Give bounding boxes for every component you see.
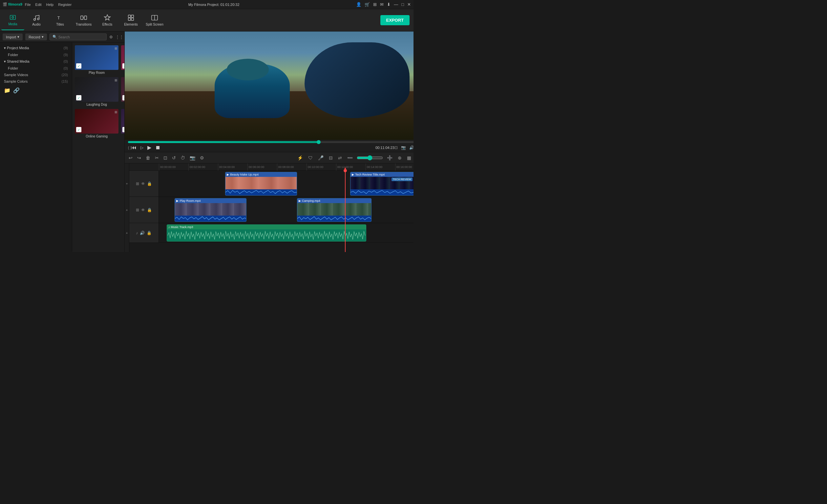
snapshot-tl-btn[interactable]: 📷: [188, 155, 197, 161]
download-icon[interactable]: ⬇: [387, 2, 391, 7]
tree-sample-colors[interactable]: Sample Colors (15): [0, 78, 72, 85]
tree-project-media[interactable]: ▾ Project Media (9): [0, 45, 72, 52]
media-item-skateboarding[interactable]: ✓ ⊞ Skateboarding: [121, 109, 125, 138]
media-item-playroom[interactable]: ✓ ⊞ Play Room: [75, 45, 118, 74]
play-btn[interactable]: ▶: [147, 144, 151, 151]
ruler-mark-8: 00:16:00:00: [395, 163, 414, 170]
tree-shared-folder[interactable]: Folder (0): [0, 65, 72, 71]
shield-icon[interactable]: 🛡: [307, 155, 314, 161]
svg-rect-6: [84, 16, 87, 20]
add-audio-track-icon[interactable]: +: [126, 231, 128, 235]
clip-beautymakeup-label: Beauty Make Up.mp4: [230, 173, 258, 176]
motion-icon[interactable]: ⚡: [296, 155, 304, 161]
clip-playroom[interactable]: ▶Play Room.mp4: [175, 198, 246, 222]
store-icon[interactable]: 🛒: [364, 2, 370, 7]
timeline-toolbar: ↩ ↪ 🗑 ✂ ⊡ ↺ ⏱ 📷 ⚙ ⚡ 🛡 🎤 ⊟ ⇄ ➖ ➕: [125, 152, 414, 163]
track1-lock-icon[interactable]: 🔒: [147, 182, 152, 186]
add-video-track2-icon[interactable]: +: [126, 208, 128, 212]
playback-controls: ⏮ ▷ ▶ ⏹: [131, 144, 160, 151]
svg-rect-7: [128, 15, 131, 17]
clip-techreview[interactable]: ▶Tech Review Title.mp4 TECH REVIEW: [350, 172, 414, 196]
clip-beautymakeup[interactable]: ▶Beauty Make Up.mp4: [225, 172, 297, 196]
adjust-btn[interactable]: ⚙: [199, 155, 205, 161]
new-folder-icon[interactable]: 📁: [4, 87, 10, 94]
track1-grid-icon[interactable]: ⊞: [136, 182, 139, 186]
layout-icon[interactable]: ⊞: [373, 2, 377, 7]
svg-rect-0: [10, 15, 16, 20]
record-button[interactable]: Record ▾: [25, 34, 47, 40]
timer-btn[interactable]: ⏱: [179, 155, 186, 161]
import-button[interactable]: Import ▾: [3, 34, 22, 40]
clip-camping[interactable]: ▶Camping.mp4: [297, 198, 372, 222]
tab-split-screen[interactable]: Split Screen: [143, 10, 166, 30]
user-icon[interactable]: 👤: [356, 2, 361, 7]
maximize-btn[interactable]: □: [401, 2, 404, 7]
captions-icon[interactable]: ⊟: [328, 155, 334, 161]
menu-file[interactable]: File: [25, 3, 31, 7]
cut-btn[interactable]: ✂: [154, 155, 160, 161]
delete-btn[interactable]: 🗑: [144, 155, 152, 161]
search-input[interactable]: [58, 35, 104, 39]
reverse-btn[interactable]: ↺: [171, 155, 177, 161]
link-folder-icon[interactable]: 🔗: [13, 87, 20, 94]
track1-eye-icon[interactable]: 👁: [141, 182, 145, 186]
audio-lock-icon[interactable]: 🔒: [147, 231, 152, 235]
tab-elements[interactable]: Elements: [119, 10, 142, 30]
audio-clip-music[interactable]: ♪Music Track.mp3: [167, 224, 366, 242]
track2-grid-icon[interactable]: ⊞: [136, 208, 139, 212]
export-button[interactable]: EXPORT: [380, 15, 409, 25]
storyboard-icon[interactable]: ▦: [406, 155, 412, 161]
zoom-in-icon[interactable]: ➕: [386, 155, 394, 161]
tab-media[interactable]: Media: [1, 10, 24, 30]
add-video-track-icon[interactable]: +: [125, 183, 129, 185]
svg-rect-10: [131, 18, 134, 20]
ruler-mark-0: 00:00:00:00: [159, 163, 188, 170]
media-label-gaming: Online Gaming: [75, 135, 118, 138]
titlebar: 🎬 filmora9 File Edit Help Register My Fi…: [0, 0, 414, 9]
mail-icon[interactable]: ✉: [380, 2, 384, 7]
swap-icon[interactable]: ⇄: [337, 155, 343, 161]
menu-register[interactable]: Register: [58, 3, 71, 7]
snapshot-icon[interactable]: 📷: [401, 145, 406, 150]
minimize-btn[interactable]: —: [394, 2, 398, 7]
crop-btn[interactable]: ⊡: [162, 155, 169, 161]
ruler-mark-1: 00:02:00:00: [188, 163, 218, 170]
mic-icon[interactable]: 🎤: [317, 155, 325, 161]
track2-lock-icon[interactable]: 🔒: [147, 208, 152, 212]
filter-icon[interactable]: ⚙: [109, 35, 113, 39]
volume-icon[interactable]: 🔊: [409, 145, 414, 150]
audio-track: ♪ 🔊 🔒 ♪Music Track.mp3: [129, 223, 414, 243]
grid-view-icon[interactable]: ⋮⋮: [115, 35, 124, 39]
redo-btn[interactable]: ↪: [136, 155, 142, 161]
undo-btn[interactable]: ↩: [127, 155, 134, 161]
zoom-out-icon[interactable]: ➖: [346, 155, 354, 161]
slow-play-btn[interactable]: ▷: [140, 145, 143, 150]
add-track-icon[interactable]: ⊕: [396, 155, 403, 161]
media-item-gaming[interactable]: ✓ ⊞ Online Gaming: [75, 109, 118, 138]
rewind-btn[interactable]: ⏮: [131, 145, 137, 151]
media-item-laughingdog[interactable]: ✓ ⊞ Laughing Dog: [75, 77, 118, 106]
timeline-section: ↩ ↪ 🗑 ✂ ⊡ ↺ ⏱ 📷 ⚙ ⚡ 🛡 🎤 ⊟ ⇄ ➖ ➕: [125, 152, 414, 252]
tab-titles[interactable]: T Titles: [49, 10, 71, 30]
tab-titles-label: Titles: [56, 22, 64, 26]
close-btn[interactable]: ✕: [407, 2, 411, 7]
media-item-beautymakeup[interactable]: ✓ ⊞ Beauty Make Up: [121, 45, 125, 74]
audio-vol-icon[interactable]: 🔊: [140, 231, 145, 235]
progress-bar[interactable]: [128, 141, 414, 143]
audio-controls: ♪ 🔊 🔒: [129, 223, 159, 243]
tab-transitions[interactable]: Transitions: [72, 10, 95, 30]
tree-sample-videos[interactable]: Sample Videos (20): [0, 71, 72, 78]
menu-help[interactable]: Help: [46, 3, 54, 7]
track2-eye-icon[interactable]: 👁: [141, 208, 145, 212]
media-item-surprise[interactable]: ✓ ⊞ Surprise: [121, 77, 125, 106]
menu-edit[interactable]: Edit: [36, 3, 42, 7]
pip-icon[interactable]: ⊡: [394, 145, 398, 150]
tree-shared-media[interactable]: ▾ Shared Media (0): [0, 58, 72, 65]
tree-project-folder[interactable]: Folder (9): [0, 52, 72, 58]
zoom-slider[interactable]: [357, 155, 383, 160]
ruler-mark-7: 00:14:00:00: [366, 163, 395, 170]
stop-btn[interactable]: ⏹: [155, 145, 160, 151]
import-chevron-icon: ▾: [17, 35, 19, 39]
tab-audio[interactable]: Audio: [25, 10, 48, 30]
tab-effects[interactable]: Effects: [96, 10, 119, 30]
